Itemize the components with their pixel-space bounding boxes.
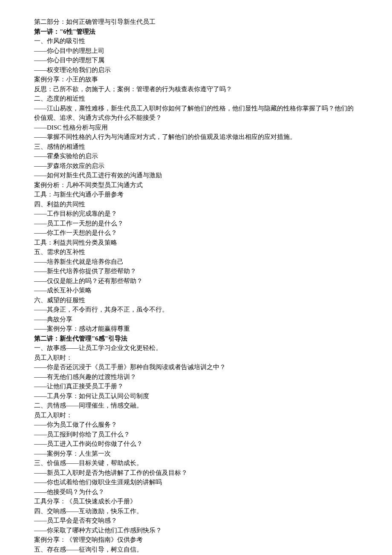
text-line: 二、态度的相近性 bbox=[34, 94, 358, 104]
text-line: 工具：与新生代沟通小手册参考 bbox=[34, 190, 358, 199]
text-line: 第一讲："6性"管理法 bbox=[34, 27, 358, 37]
text-line: ——新员工入职时是否为他讲解了工作的价值及目标？ bbox=[34, 468, 358, 478]
text-line: 四、交响感——互动激励，快乐工作。 bbox=[34, 506, 358, 516]
text-line: 员工入职时： bbox=[34, 353, 358, 363]
text-line: ——你为员工做了什么服务？ bbox=[34, 420, 358, 430]
text-line: ——员工报到时你给了员工什么？ bbox=[34, 430, 358, 439]
text-line: 第二部分：如何正确管理与引导新生代员工 bbox=[34, 17, 358, 27]
text-line: ——员工工作一天想的是什么？ bbox=[34, 219, 358, 228]
text-line: 案例分享：《管理交响指南》仅供参考 bbox=[34, 535, 358, 545]
text-line: 员工入职时： bbox=[34, 410, 358, 420]
text-line: ——案例分享：感动才能赢得尊重 bbox=[34, 324, 358, 334]
text-line: 一、作风的吸引性 bbox=[34, 36, 358, 46]
text-line: ——DISC 性格分析与应用 bbox=[34, 123, 358, 133]
text-line: ——霍桑实验给的启示 bbox=[34, 151, 358, 161]
document-body: 第二部分：如何正确管理与引导新生代员工第一讲："6性"管理法一、作风的吸引性——… bbox=[34, 17, 358, 555]
text-line: ——你是否还沉浸于《员工手册》那种自我阅读或者告诫培训之中？ bbox=[34, 362, 358, 372]
text-line: 三、价值感——目标关键，帮助成长。 bbox=[34, 458, 358, 468]
text-line: 六、威望的征服性 bbox=[34, 295, 358, 305]
text-line: 五、需求的互补性 bbox=[34, 247, 358, 257]
text-line: ——江山易改，禀性难移，新生代员工入职时你如何了解他们的性格，他们显性与隐藏的性… bbox=[34, 104, 358, 123]
text-line: 工具：利益共同性分类及策略 bbox=[34, 238, 358, 248]
text-line: ——让他们真正接受员工手册？ bbox=[34, 382, 358, 391]
text-line: ——你心目中的理想上司 bbox=[34, 46, 358, 56]
text-line: ——案例分享：人生第一次 bbox=[34, 449, 358, 459]
text-line: ——仅仅是能上的吗？还有那些帮助？ bbox=[34, 276, 358, 286]
text-line: ——你采取了哪种方式让他们工作感到快乐？ bbox=[34, 526, 358, 535]
text-line: ——罗森塔尔效应的启示 bbox=[34, 161, 358, 171]
text-line: ——掌握不同性格的人行为与沟通应对方式，了解他们的价值观及追求做出相应的应对措施… bbox=[34, 132, 358, 142]
text-line: ——如何对新生代员工进行有效的沟通与激励 bbox=[34, 171, 358, 180]
text-line: 三、感情的相通性 bbox=[34, 142, 358, 152]
text-line: 五、存在感——征询引导，树立自信。 bbox=[34, 545, 358, 555]
text-line: ——成长互补小策略 bbox=[34, 286, 358, 295]
text-line: ——权变理论给我们的启示 bbox=[34, 65, 358, 75]
text-line: 第二讲：新生代管理"6感"引导法 bbox=[34, 334, 358, 344]
text-line: ——培养新生代就是培养你自己 bbox=[34, 257, 358, 267]
text-line: ——典故分享 bbox=[34, 315, 358, 324]
text-line: 案例分析：几种不同类型员工沟通方式 bbox=[34, 180, 358, 190]
text-line: 一、故事感——让员工学习企业文化更轻松。 bbox=[34, 343, 358, 353]
text-line: 案例分享：小王的故事 bbox=[34, 75, 358, 84]
text-line: ——你心目中的理想下属 bbox=[34, 55, 358, 65]
text-line: 反思：己所不欲，勿施于人；案例：管理者的行为核查表你遵守了吗？ bbox=[34, 84, 358, 94]
text-line: ——你也试着给他们做职业生涯规划的讲解吗 bbox=[34, 477, 358, 487]
text-line: ——他接受吗？为什么？ bbox=[34, 487, 358, 497]
text-line: 工具分享：《员工快速成长小手册》 bbox=[34, 497, 358, 506]
text-line: ——你工作一天想的是什么？ bbox=[34, 228, 358, 238]
text-line: 二、共情感——同理催生，情感交融。 bbox=[34, 401, 358, 410]
text-line: ——新生代培养你提供了那些帮助？ bbox=[34, 266, 358, 276]
text-line: ——工作目标的完成靠的是？ bbox=[34, 209, 358, 219]
text-line: ——员工进入工作岗位时你做了什么？ bbox=[34, 439, 358, 449]
text-line: ——其身正，不令而行，其身不正，虽令不行。 bbox=[34, 305, 358, 315]
text-line: ——员工早会是否有交响感？ bbox=[34, 516, 358, 526]
text-line: ——工具分享：如何让员工认同公司制度 bbox=[34, 391, 358, 401]
text-line: ——有无他们感兴趣的过渡性培训？ bbox=[34, 372, 358, 382]
text-line: 四、利益的共同性 bbox=[34, 199, 358, 209]
